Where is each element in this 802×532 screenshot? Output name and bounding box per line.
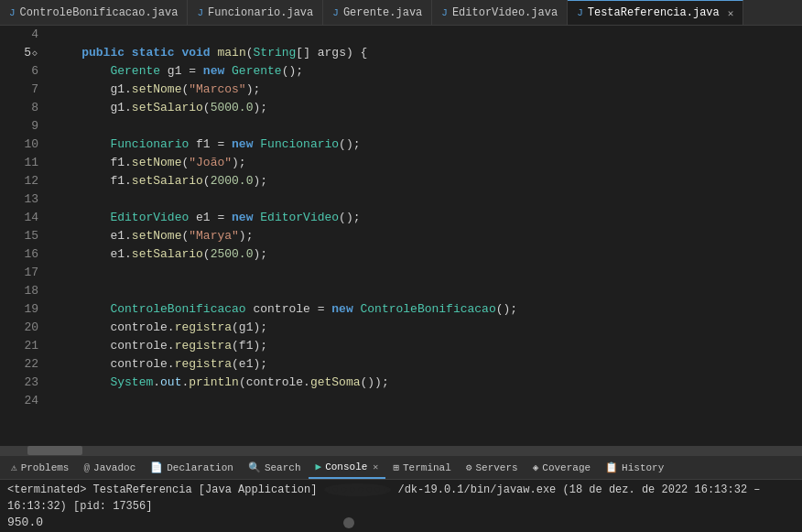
line-num-11: 11 — [7, 154, 38, 172]
code-line-19: ControleBonificacao controle = new Contr… — [53, 300, 802, 319]
line-num-18: 18 — [7, 282, 38, 300]
java-file-icon: J — [197, 7, 203, 18]
bottom-tab-history[interactable]: 📋 History — [598, 456, 671, 479]
code-line-23: System.out.println(controle.getSoma()); — [53, 374, 802, 392]
line-num-5: 5⬦ — [7, 44, 38, 62]
console-terminated-line: <terminated> TestaReferencia [Java Appli… — [7, 482, 795, 515]
cursor-circle — [343, 517, 354, 528]
bottom-tab-label: Problems — [21, 462, 70, 473]
code-line-24 — [53, 392, 802, 410]
scrollbar-thumb[interactable] — [27, 446, 82, 455]
line-numbers: 4 5⬦ 6 7 8 9 10 11 12 13 14 15 16 17 18 … — [0, 26, 46, 446]
code-line-22: controle.registra(e1); — [53, 355, 802, 374]
line-num-10: 10 — [7, 136, 38, 154]
line-num-6: 6 — [7, 62, 38, 81]
bottom-tab-declaration[interactable]: 📄 Declaration — [143, 456, 241, 479]
history-icon: 📋 — [605, 461, 618, 473]
java-file-icon: J — [441, 7, 448, 18]
java-file-icon: J — [332, 7, 339, 18]
code-line-14: EditorVideo e1 = new EditorVideo(); — [53, 209, 802, 227]
code-line-21: controle.registra(f1); — [53, 337, 802, 355]
terminal-icon: ⊞ — [393, 461, 399, 473]
tab-testaReferencia[interactable]: J TestaReferencia.java ✕ — [568, 0, 743, 25]
line-num-8: 8 — [7, 99, 38, 117]
bottom-tab-label: Declaration — [167, 462, 233, 473]
line-num-22: 22 — [7, 355, 38, 374]
code-line-4 — [53, 26, 802, 44]
bottom-tab-javadoc[interactable]: @ Javadoc — [76, 456, 143, 479]
code-line-17 — [53, 264, 802, 282]
console-icon: ▶ — [316, 461, 322, 472]
search-icon: 🔍 — [248, 461, 261, 473]
tab-close-button[interactable]: ✕ — [728, 7, 734, 19]
bottom-tab-coverage[interactable]: ◈ Coverage — [526, 456, 598, 479]
code-line-16: e1.setSalario(2500.0); — [53, 245, 802, 264]
console-output-line: 950.0 — [7, 515, 795, 531]
bottom-tab-label: Servers — [475, 462, 517, 473]
line-num-23: 23 — [7, 374, 38, 392]
code-line-8: g1.setSalario(5000.0); — [53, 99, 802, 117]
line-num-16: 16 — [7, 245, 38, 264]
line-num-20: 20 — [7, 319, 38, 337]
console-close-button[interactable]: ✕ — [373, 461, 378, 472]
declaration-icon: 📄 — [150, 461, 163, 473]
code-line-5: public static void main(String[] args) { — [53, 44, 802, 62]
tab-bar: J ControleBonificacao.java J Funcionario… — [0, 0, 802, 26]
editor-area: 4 5⬦ 6 7 8 9 10 11 12 13 14 15 16 17 18 … — [0, 26, 802, 446]
java-file-icon: J — [577, 7, 583, 18]
redacted-circles: ●●●●●●●● — [324, 483, 392, 496]
bottom-tab-label: Coverage — [542, 462, 591, 473]
tab-label: EditorVideo.java — [452, 6, 558, 19]
code-line-18 — [53, 282, 802, 300]
coverage-icon: ◈ — [533, 461, 539, 473]
bottom-tab-search[interactable]: 🔍 Search — [241, 456, 309, 479]
line-num-21: 21 — [7, 337, 38, 355]
bottom-tab-bar: ⚠ Problems @ Javadoc 📄 Declaration 🔍 Sea… — [0, 455, 802, 479]
bottom-tab-label: Search — [265, 462, 301, 473]
tab-label: Gerente.java — [343, 6, 422, 19]
tab-label: Funcionario.java — [208, 6, 313, 19]
bottom-tab-label: History — [622, 462, 664, 473]
line-num-17: 17 — [7, 264, 38, 282]
line-num-19: 19 — [7, 300, 38, 319]
java-file-icon: J — [9, 7, 16, 18]
line-num-12: 12 — [7, 172, 38, 190]
javadoc-icon: @ — [83, 462, 90, 473]
code-line-7: g1.setNome("Marcos"); — [53, 81, 802, 99]
bottom-tab-servers[interactable]: ⚙ Servers — [459, 456, 526, 479]
terminated-text: <terminated> TestaReferencia [Java Appli… — [7, 483, 324, 496]
line-num-13: 13 — [7, 190, 38, 209]
tab-controleBonificacao[interactable]: J ControleBonificacao.java — [0, 0, 188, 25]
line-num-14: 14 — [7, 209, 38, 227]
code-line-20: controle.registra(g1); — [53, 319, 802, 337]
line-num-4: 4 — [7, 26, 38, 44]
tab-gerente[interactable]: J Gerente.java — [323, 0, 432, 25]
bottom-tab-label: Javadoc — [93, 462, 135, 473]
tab-label: TestaReferencia.java — [588, 6, 720, 19]
output-value: 950.0 — [7, 516, 43, 529]
line-num-7: 7 — [7, 81, 38, 99]
bottom-tab-problems[interactable]: ⚠ Problems — [4, 456, 76, 479]
code-line-10: Funcionario f1 = new Funcionario(); — [53, 136, 802, 154]
problems-icon: ⚠ — [11, 461, 17, 473]
tab-label: ControleBonificacao.java — [20, 6, 179, 19]
console-area: <terminated> TestaReferencia [Java Appli… — [0, 479, 802, 532]
line-num-24: 24 — [7, 392, 38, 410]
code-content[interactable]: public static void main(String[] args) {… — [46, 26, 802, 446]
bottom-tab-label: Console — [325, 461, 367, 472]
code-line-12: f1.setSalario(2000.0); — [53, 172, 802, 190]
bottom-tab-terminal[interactable]: ⊞ Terminal — [385, 456, 458, 479]
servers-icon: ⚙ — [466, 461, 472, 473]
code-line-13 — [53, 190, 802, 209]
code-line-6: Gerente g1 = new Gerente(); — [53, 62, 802, 81]
tab-funcionario[interactable]: J Funcionario.java — [188, 0, 323, 25]
code-line-15: e1.setNome("Marya"); — [53, 227, 802, 245]
line-num-15: 15 — [7, 227, 38, 245]
tab-editorVideo[interactable]: J EditorVideo.java — [432, 0, 568, 25]
code-line-9 — [53, 117, 802, 136]
line-num-9: 9 — [7, 117, 38, 136]
bottom-tab-label: Terminal — [403, 462, 451, 473]
horizontal-scrollbar[interactable] — [0, 446, 802, 455]
code-line-11: f1.setNome("João"); — [53, 154, 802, 172]
bottom-tab-console[interactable]: ▶ Console ✕ — [309, 456, 386, 479]
